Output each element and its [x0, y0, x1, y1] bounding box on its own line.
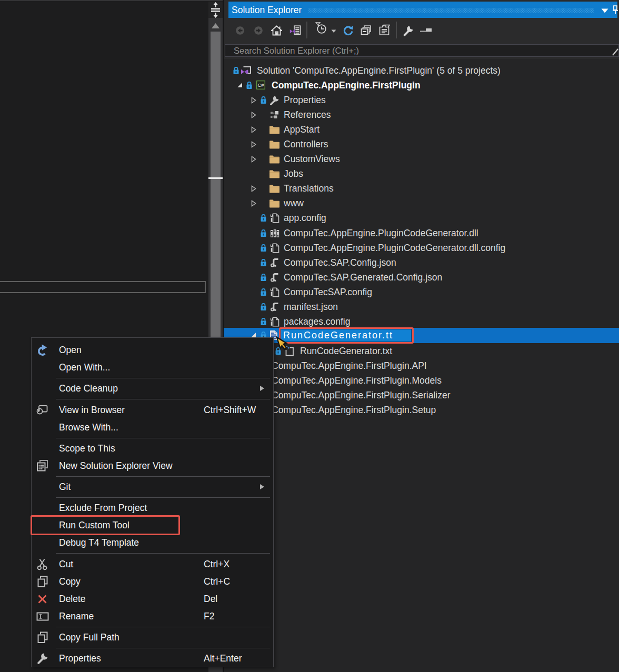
svg-text:C#: C#: [257, 82, 264, 88]
